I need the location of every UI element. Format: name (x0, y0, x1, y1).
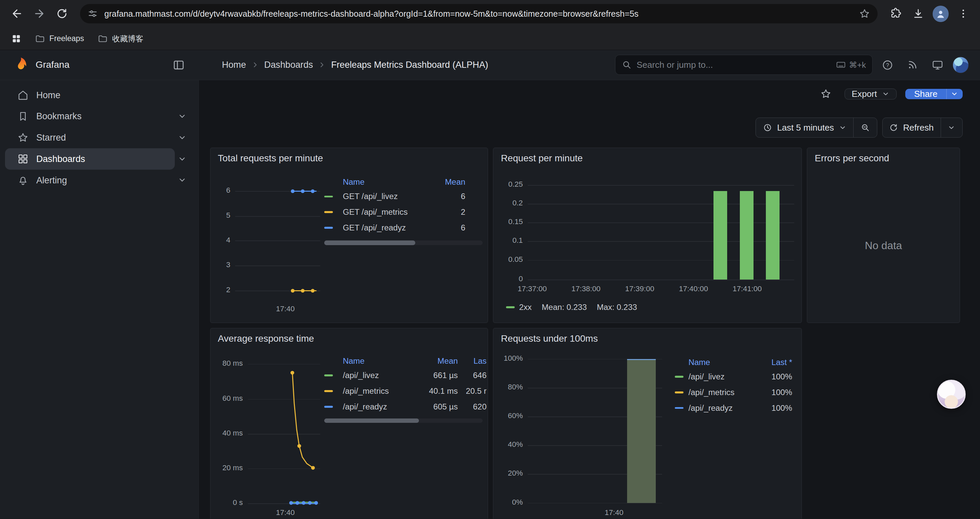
refresh-button[interactable]: Refresh (883, 118, 941, 137)
sidebar-item-starred-link[interactable]: Starred (5, 127, 175, 148)
site-settings-icon[interactable] (88, 8, 98, 19)
extensions-icon[interactable] (885, 3, 906, 24)
legend-row[interactable]: GET /api/_readyz 6 (324, 220, 483, 236)
legend-series-name[interactable]: GET /api/_metrics (343, 208, 430, 217)
legend-col-mean[interactable]: Mean (430, 177, 465, 187)
chevron-down-icon[interactable] (175, 172, 190, 188)
address-bar[interactable]: grafana.mathmast.com/d/deytv4rwavabkb/fr… (80, 4, 878, 23)
user-avatar[interactable] (953, 57, 969, 73)
x-tick: 17:40 (267, 305, 304, 313)
sidebar-item-alerting-link[interactable]: Alerting (5, 170, 175, 191)
zoom-out-time-button[interactable] (853, 118, 877, 137)
dashboard-actions: Export Share (816, 84, 963, 104)
sidebar: Home Bookmarks Starred (0, 80, 199, 519)
chevron-down-icon[interactable] (175, 151, 190, 166)
legend-series-name[interactable]: GET /api/_livez (343, 192, 430, 201)
favorite-star-icon[interactable] (816, 84, 836, 104)
time-range-picker[interactable]: Last 5 minutes (756, 118, 853, 137)
export-button-main[interactable]: Export (845, 89, 896, 99)
breadcrumb-dashboards[interactable]: Dashboards (264, 59, 313, 70)
legend-series-name[interactable]: /api/_livez (689, 372, 757, 382)
star-icon (18, 132, 29, 143)
bar-2xx[interactable] (713, 191, 727, 279)
legend-item-2xx[interactable]: 2xx (506, 303, 532, 312)
legend-col-name[interactable]: Name (343, 356, 419, 366)
legend-mean-value: 6 (430, 192, 465, 201)
url-text[interactable]: grafana.mathmast.com/d/deytv4rwavabkb/fr… (104, 9, 853, 19)
legend-mean-value: 2 (430, 208, 465, 217)
display-icon[interactable] (928, 55, 948, 75)
panel-title[interactable]: Total requests per minute (218, 153, 323, 164)
panel-title[interactable]: Errors per second (815, 153, 889, 164)
share-menu-button[interactable] (946, 89, 963, 99)
legend-series-name[interactable]: GET /api/_readyz (343, 223, 430, 232)
bookmarks-bar: Freeleaps 收藏博客 (0, 27, 980, 50)
share-button[interactable]: Share (905, 89, 946, 99)
bar-2xx[interactable] (740, 191, 754, 279)
grafana-logo[interactable] (12, 57, 29, 73)
refresh-interval-button[interactable] (941, 118, 963, 137)
downloads-icon[interactable] (908, 3, 929, 24)
search-input[interactable] (636, 60, 830, 70)
legend-col-last[interactable]: Last * (757, 358, 792, 367)
panel-title[interactable]: Requests under 100ms (501, 333, 598, 344)
legend-series-name[interactable]: /api/_livez (343, 371, 419, 380)
legend-row[interactable]: /api/_livez 100% (675, 369, 796, 385)
bookmark-item-blogs[interactable]: 收藏博客 (94, 31, 147, 46)
bookmark-item-freeleaps[interactable]: Freeleaps (31, 31, 88, 46)
sidebar-item-dashboards-link[interactable]: Dashboards (5, 148, 175, 170)
gridline (528, 260, 794, 261)
back-button[interactable] (6, 3, 28, 24)
sidebar-item-label: Dashboards (37, 153, 85, 164)
legend-scrollbar[interactable] (324, 241, 483, 245)
legend-row[interactable]: GET /api/_metrics 2 (324, 204, 483, 220)
legend: 2xx Mean: 0.233 Max: 0.233 (506, 303, 637, 312)
y-tick: 0.25 (498, 180, 523, 189)
search-box[interactable]: ⌘+k (615, 55, 873, 75)
legend-mean-value: 6 (430, 223, 465, 232)
sidebar-item-bookmarks-link[interactable]: Bookmarks (5, 106, 175, 127)
bar-100pct[interactable] (627, 359, 656, 503)
legend-row[interactable]: /api/_metrics 40.1 ms 20.5 r (324, 383, 487, 399)
refresh-icon (889, 123, 898, 132)
bar-2xx[interactable] (766, 191, 780, 279)
legend-row[interactable]: GET /api/_livez 6 (324, 189, 483, 204)
panel-title[interactable]: Request per minute (501, 153, 583, 164)
legend-last-value: 646 (458, 371, 487, 380)
reload-button[interactable] (51, 3, 73, 24)
profile-avatar[interactable] (930, 3, 951, 24)
bookmark-star-icon[interactable] (859, 8, 870, 19)
chevron-down-icon[interactable] (175, 109, 190, 124)
dock-menu-icon[interactable] (169, 55, 189, 75)
legend-series-name[interactable]: /api/_metrics (689, 388, 757, 397)
apps-grid-icon[interactable] (7, 30, 25, 47)
legend-row[interactable]: /api/_livez 661 µs 646 (324, 368, 487, 383)
help-icon[interactable]: ? (878, 55, 897, 75)
chevron-down-icon (839, 124, 846, 131)
bookmark-icon (18, 111, 29, 122)
legend-scrollbar[interactable] (324, 418, 483, 423)
legend-header: Name Last * (675, 356, 796, 369)
legend-series-name[interactable]: /api/_readyz (343, 402, 419, 412)
chevron-down-icon[interactable] (175, 130, 190, 145)
legend-series-name[interactable]: /api/_readyz (689, 404, 757, 413)
brand-name: Grafana (36, 59, 70, 70)
y-tick: 0.05 (498, 255, 523, 264)
browser-menu-icon[interactable] (953, 3, 974, 24)
sidebar-item-home-link[interactable]: Home (5, 85, 190, 106)
x-tick: 17:38:00 (566, 284, 606, 293)
legend-series-name[interactable]: /api/_metrics (343, 386, 419, 396)
legend-col-name[interactable]: Name (343, 177, 430, 187)
legend-row[interactable]: /api/_readyz 100% (675, 400, 796, 416)
breadcrumb-home[interactable]: Home (222, 59, 246, 70)
news-rss-icon[interactable] (903, 55, 923, 75)
legend-col-last[interactable]: Las (458, 356, 487, 366)
legend-col-name[interactable]: Name (689, 358, 757, 367)
grafana-header-right: Home Dashboards Freeleaps Metrics Dashbo… (199, 50, 980, 80)
forward-button[interactable] (29, 3, 50, 24)
legend-row[interactable]: /api/_metrics 100% (675, 385, 796, 400)
legend-row[interactable]: /api/_readyz 605 µs 620 (324, 399, 487, 415)
assistant-avatar[interactable] (937, 380, 966, 409)
legend-col-mean[interactable]: Mean (419, 356, 458, 366)
share-split-button: Share (905, 89, 963, 99)
